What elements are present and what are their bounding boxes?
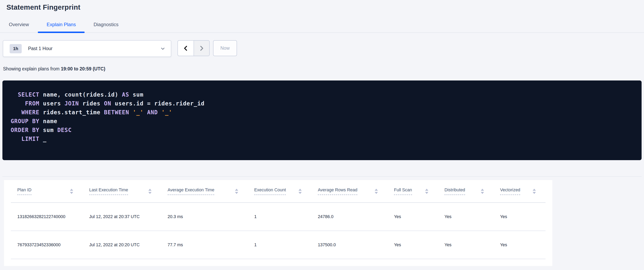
column-header-label: Full Scan	[394, 187, 412, 195]
column-header-label: Average Rows Read	[318, 187, 358, 195]
column-header-average-execution-time[interactable]: Average Execution Time	[161, 180, 248, 203]
tab-explain-plans[interactable]: Explain Plans	[38, 17, 84, 32]
time-range-label: Past 1 Hour	[28, 46, 160, 51]
average-rows-read-cell: 137500.0	[311, 231, 388, 259]
sql-line: WHERE rides.start_time BETWEEN '_' AND '…	[11, 108, 638, 117]
distributed-cell: Yes	[438, 231, 494, 259]
column-header-label: Plan ID	[17, 187, 32, 195]
table-header-row: Plan IDLast Execution TimeAverage Execut…	[11, 180, 546, 203]
sort-icon	[235, 189, 238, 194]
explain-plans-table: Plan IDLast Execution TimeAverage Execut…	[11, 180, 546, 259]
column-header-plan-id[interactable]: Plan ID	[11, 180, 83, 203]
next-time-button[interactable]	[194, 41, 209, 56]
time-controls: 1h Past 1 Hour Now	[3, 40, 644, 57]
column-header-label: Vectorized	[500, 187, 520, 195]
sort-icon	[70, 189, 73, 194]
column-header-last-execution-time[interactable]: Last Execution Time	[83, 180, 161, 203]
tab-diagnostics-label: Diagnostics	[94, 22, 118, 27]
sql-line: ORDER BY sum DESC	[11, 126, 638, 135]
column-header-label: Average Execution Time	[168, 187, 214, 195]
time-range-badge: 1h	[10, 44, 22, 53]
column-header-label: Last Execution Time	[89, 187, 128, 195]
full-scan-cell: Yes	[388, 203, 438, 231]
average-execution-time-cell: 20.3 ms	[161, 203, 248, 231]
full-scan-cell: Yes	[388, 231, 438, 259]
sql-statement-code: SELECT name, count(rides.id) AS sum FROM…	[11, 90, 638, 143]
sort-icon	[148, 189, 152, 194]
sort-icon	[481, 189, 484, 194]
average-rows-read-cell: 24786.0	[311, 203, 388, 231]
tab-explain-plans-label: Explain Plans	[47, 22, 76, 27]
tab-diagnostics[interactable]: Diagnostics	[84, 17, 127, 32]
time-step-button-group	[178, 40, 210, 56]
chevron-right-icon	[198, 45, 205, 52]
last-execution-time-cell: Jul 12, 2022 at 20:20 UTC	[83, 231, 161, 259]
time-range-dropdown[interactable]: 1h Past 1 Hour	[3, 40, 171, 57]
sort-icon	[375, 189, 378, 194]
showing-plans-caption: Showing explain plans from 19:00 to 20:5…	[3, 66, 644, 72]
sort-icon	[298, 189, 302, 194]
page-title: Statement Fingerprint	[6, 3, 644, 11]
tab-overview[interactable]: Overview	[0, 17, 38, 32]
column-header-vectorized[interactable]: Vectorized	[494, 180, 546, 203]
distributed-cell: Yes	[438, 203, 494, 231]
page-header: Statement Fingerprint	[0, 0, 644, 11]
previous-time-button[interactable]	[178, 41, 194, 56]
column-header-execution-count[interactable]: Execution Count	[248, 180, 312, 203]
average-execution-time-cell: 77.7 ms	[161, 231, 248, 259]
tab-overview-label: Overview	[9, 22, 29, 27]
tab-bar: Overview Explain Plans Diagnostics	[0, 17, 644, 33]
vectorized-cell: Yes	[494, 231, 546, 259]
section-divider	[2, 176, 642, 177]
column-header-label: Distributed	[444, 187, 465, 195]
column-header-label: Execution Count	[254, 187, 286, 195]
table-row[interactable]: 13182663282122740000Jul 12, 2022 at 20:3…	[11, 203, 546, 231]
caption-time-range: 19:00 to 20:59 (UTC)	[61, 66, 105, 71]
chevron-left-icon	[182, 45, 189, 52]
sql-line: LIMIT _	[11, 135, 638, 143]
plan-id-cell[interactable]: 767933723452336000	[11, 231, 83, 259]
column-header-distributed[interactable]: Distributed	[438, 180, 494, 203]
execution-count-cell: 1	[248, 203, 312, 231]
now-button[interactable]: Now	[213, 40, 237, 56]
chevron-down-icon	[160, 46, 166, 52]
execution-count-cell: 1	[248, 231, 312, 259]
sql-line: GROUP BY name	[11, 117, 638, 126]
vectorized-cell: Yes	[494, 203, 546, 231]
column-header-full-scan[interactable]: Full Scan	[388, 180, 438, 203]
last-execution-time-cell: Jul 12, 2022 at 20:37 UTC	[83, 203, 161, 231]
sql-line: SELECT name, count(rides.id) AS sum	[11, 90, 638, 99]
sort-icon	[533, 189, 536, 194]
sql-statement-box: SELECT name, count(rides.id) AS sum FROM…	[2, 81, 642, 160]
caption-prefix: Showing explain plans from	[3, 66, 61, 71]
sort-icon	[425, 189, 428, 194]
now-button-label: Now	[220, 46, 230, 51]
table-row[interactable]: 767933723452336000Jul 12, 2022 at 20:20 …	[11, 231, 546, 259]
sql-line: FROM users JOIN rides ON users.id = ride…	[11, 99, 638, 108]
plan-id-cell[interactable]: 13182663282122740000	[11, 203, 83, 231]
column-header-average-rows-read[interactable]: Average Rows Read	[311, 180, 388, 203]
explain-plans-table-card: Plan IDLast Execution TimeAverage Execut…	[4, 180, 552, 266]
